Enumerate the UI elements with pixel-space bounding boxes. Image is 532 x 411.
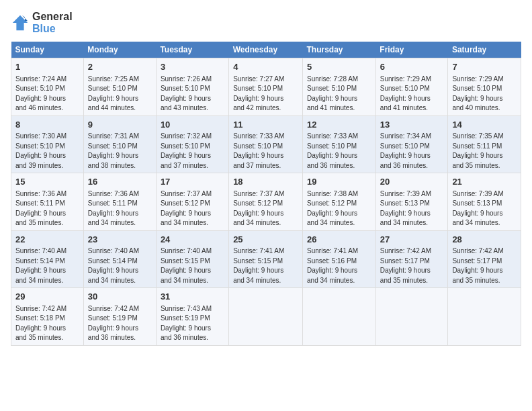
week-row-2: 8Sunrise: 7:30 AM Sunset: 5:10 PM Daylig…: [11, 116, 521, 173]
day-number: 26: [307, 234, 371, 246]
day-number: 18: [233, 176, 298, 188]
svg-marker-0: [13, 15, 28, 30]
day-number: 13: [380, 119, 444, 131]
header-saturday: Saturday: [448, 42, 521, 58]
day-number: 15: [15, 176, 79, 188]
day-cell: 9Sunrise: 7:31 AM Sunset: 5:10 PM Daylig…: [83, 116, 156, 173]
header-wednesday: Wednesday: [229, 42, 303, 58]
week-row-5: 29Sunrise: 7:42 AM Sunset: 5:18 PM Dayli…: [11, 288, 521, 346]
calendar-header-row: SundayMondayTuesdayWednesdayThursdayFrid…: [11, 42, 521, 58]
day-info: Sunrise: 7:41 AM Sunset: 5:16 PM Dayligh…: [307, 247, 358, 284]
day-cell: 13Sunrise: 7:34 AM Sunset: 5:10 PM Dayli…: [375, 116, 448, 173]
calendar-table: SundayMondayTuesdayWednesdayThursdayFrid…: [11, 42, 521, 346]
header-monday: Monday: [83, 42, 156, 58]
day-number: 9: [88, 119, 152, 131]
day-number: 3: [161, 61, 224, 73]
logo-icon: [11, 13, 30, 32]
day-cell: 23Sunrise: 7:40 AM Sunset: 5:14 PM Dayli…: [83, 230, 156, 288]
week-row-4: 22Sunrise: 7:40 AM Sunset: 5:14 PM Dayli…: [11, 230, 521, 288]
day-cell: 25Sunrise: 7:41 AM Sunset: 5:15 PM Dayli…: [229, 230, 303, 288]
day-info: Sunrise: 7:42 AM Sunset: 5:17 PM Dayligh…: [452, 247, 503, 284]
day-cell: 12Sunrise: 7:33 AM Sunset: 5:10 PM Dayli…: [303, 116, 376, 173]
day-number: 1: [15, 61, 79, 73]
header-friday: Friday: [375, 42, 448, 58]
day-cell: [303, 288, 376, 346]
header-tuesday: Tuesday: [156, 42, 228, 58]
day-cell: 22Sunrise: 7:40 AM Sunset: 5:14 PM Dayli…: [11, 230, 84, 288]
day-number: 28: [452, 234, 517, 246]
day-info: Sunrise: 7:24 AM Sunset: 5:10 PM Dayligh…: [15, 75, 66, 112]
day-number: 8: [15, 119, 79, 131]
day-cell: 17Sunrise: 7:37 AM Sunset: 5:12 PM Dayli…: [156, 173, 228, 231]
day-cell: 7Sunrise: 7:29 AM Sunset: 5:10 PM Daylig…: [448, 58, 521, 116]
day-number: 23: [88, 234, 152, 246]
day-cell: 3Sunrise: 7:26 AM Sunset: 5:10 PM Daylig…: [156, 58, 228, 116]
day-cell: 20Sunrise: 7:39 AM Sunset: 5:13 PM Dayli…: [375, 173, 448, 231]
day-number: 31: [161, 291, 224, 303]
day-info: Sunrise: 7:33 AM Sunset: 5:10 PM Dayligh…: [307, 132, 358, 169]
day-number: 19: [307, 176, 371, 188]
day-info: Sunrise: 7:38 AM Sunset: 5:12 PM Dayligh…: [307, 190, 358, 227]
day-info: Sunrise: 7:36 AM Sunset: 5:11 PM Dayligh…: [88, 190, 139, 227]
day-info: Sunrise: 7:35 AM Sunset: 5:11 PM Dayligh…: [452, 132, 503, 169]
day-cell: 8Sunrise: 7:30 AM Sunset: 5:10 PM Daylig…: [11, 116, 84, 173]
day-info: Sunrise: 7:42 AM Sunset: 5:18 PM Dayligh…: [15, 305, 66, 342]
day-info: Sunrise: 7:29 AM Sunset: 5:10 PM Dayligh…: [380, 75, 431, 112]
header-thursday: Thursday: [303, 42, 376, 58]
day-info: Sunrise: 7:40 AM Sunset: 5:14 PM Dayligh…: [88, 247, 139, 284]
day-number: 4: [233, 61, 298, 73]
day-info: Sunrise: 7:39 AM Sunset: 5:13 PM Dayligh…: [452, 190, 503, 227]
day-cell: 16Sunrise: 7:36 AM Sunset: 5:11 PM Dayli…: [83, 173, 156, 231]
day-info: Sunrise: 7:37 AM Sunset: 5:12 PM Dayligh…: [233, 190, 284, 227]
day-info: Sunrise: 7:29 AM Sunset: 5:10 PM Dayligh…: [452, 75, 503, 112]
day-cell: 27Sunrise: 7:42 AM Sunset: 5:17 PM Dayli…: [375, 230, 448, 288]
day-cell: 30Sunrise: 7:42 AM Sunset: 5:19 PM Dayli…: [83, 288, 156, 346]
day-cell: 18Sunrise: 7:37 AM Sunset: 5:12 PM Dayli…: [229, 173, 303, 231]
day-cell: 2Sunrise: 7:25 AM Sunset: 5:10 PM Daylig…: [83, 58, 156, 116]
day-number: 6: [380, 61, 444, 73]
day-number: 14: [452, 119, 517, 131]
day-info: Sunrise: 7:33 AM Sunset: 5:10 PM Dayligh…: [233, 132, 284, 169]
day-info: Sunrise: 7:32 AM Sunset: 5:10 PM Dayligh…: [161, 132, 212, 169]
day-number: 24: [161, 234, 224, 246]
day-cell: 11Sunrise: 7:33 AM Sunset: 5:10 PM Dayli…: [229, 116, 303, 173]
day-cell: 26Sunrise: 7:41 AM Sunset: 5:16 PM Dayli…: [303, 230, 376, 288]
day-cell: 19Sunrise: 7:38 AM Sunset: 5:12 PM Dayli…: [303, 173, 376, 231]
day-number: 7: [452, 61, 517, 73]
page-header: General Blue: [11, 11, 521, 35]
day-number: 17: [161, 176, 224, 188]
day-info: Sunrise: 7:41 AM Sunset: 5:15 PM Dayligh…: [233, 247, 284, 284]
day-info: Sunrise: 7:42 AM Sunset: 5:19 PM Dayligh…: [88, 305, 139, 342]
day-info: Sunrise: 7:37 AM Sunset: 5:12 PM Dayligh…: [161, 190, 212, 227]
day-info: Sunrise: 7:42 AM Sunset: 5:17 PM Dayligh…: [380, 247, 431, 284]
day-cell: 24Sunrise: 7:40 AM Sunset: 5:15 PM Dayli…: [156, 230, 228, 288]
week-row-1: 1Sunrise: 7:24 AM Sunset: 5:10 PM Daylig…: [11, 58, 521, 116]
day-cell: 31Sunrise: 7:43 AM Sunset: 5:19 PM Dayli…: [156, 288, 228, 346]
day-info: Sunrise: 7:26 AM Sunset: 5:10 PM Dayligh…: [161, 75, 212, 112]
day-number: 5: [307, 61, 371, 73]
day-info: Sunrise: 7:36 AM Sunset: 5:11 PM Dayligh…: [15, 190, 66, 227]
day-number: 11: [233, 119, 298, 131]
day-cell: 15Sunrise: 7:36 AM Sunset: 5:11 PM Dayli…: [11, 173, 84, 231]
day-info: Sunrise: 7:27 AM Sunset: 5:10 PM Dayligh…: [233, 75, 284, 112]
day-number: 20: [380, 176, 444, 188]
day-cell: 28Sunrise: 7:42 AM Sunset: 5:17 PM Dayli…: [448, 230, 521, 288]
day-number: 10: [161, 119, 224, 131]
day-info: Sunrise: 7:25 AM Sunset: 5:10 PM Dayligh…: [88, 75, 139, 112]
day-number: 27: [380, 234, 444, 246]
day-info: Sunrise: 7:40 AM Sunset: 5:14 PM Dayligh…: [15, 247, 66, 284]
day-info: Sunrise: 7:43 AM Sunset: 5:19 PM Dayligh…: [161, 305, 212, 342]
day-info: Sunrise: 7:28 AM Sunset: 5:10 PM Dayligh…: [307, 75, 358, 112]
day-info: Sunrise: 7:30 AM Sunset: 5:10 PM Dayligh…: [15, 132, 66, 169]
day-cell: [375, 288, 448, 346]
day-cell: 5Sunrise: 7:28 AM Sunset: 5:10 PM Daylig…: [303, 58, 376, 116]
day-number: 21: [452, 176, 517, 188]
day-number: 25: [233, 234, 298, 246]
page-container: General Blue SundayMondayTuesdayWednesda…: [0, 0, 532, 351]
day-number: 16: [88, 176, 152, 188]
day-cell: 1Sunrise: 7:24 AM Sunset: 5:10 PM Daylig…: [11, 58, 84, 116]
day-cell: 4Sunrise: 7:27 AM Sunset: 5:10 PM Daylig…: [229, 58, 303, 116]
day-number: 22: [15, 234, 79, 246]
day-cell: 29Sunrise: 7:42 AM Sunset: 5:18 PM Dayli…: [11, 288, 84, 346]
day-number: 30: [88, 291, 152, 303]
